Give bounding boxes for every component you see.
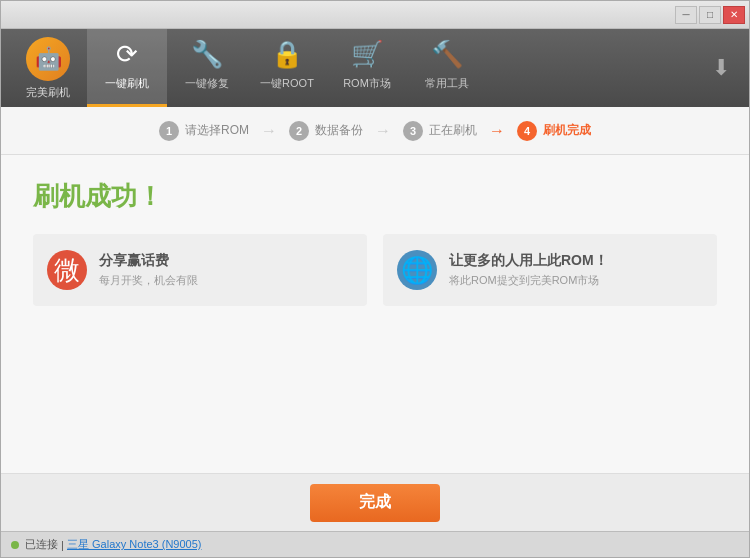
step-arrow-1: → (261, 122, 277, 140)
share-rom-card[interactable]: 🌐 让更多的人用上此ROM！ 将此ROM提交到完美ROM市场 (383, 234, 717, 306)
step-3: 3 正在刷机 (395, 121, 485, 141)
share-weibo-card[interactable]: 微 分享赢话费 每月开奖，机会有限 (33, 234, 367, 306)
rom-market-icon: 🛒 (351, 39, 383, 70)
statusbar: 已连接 | 三星 Galaxy Note3 (N9005) (1, 531, 749, 557)
step-1: 1 请选择ROM (151, 121, 257, 141)
logo-label: 完美刷机 (26, 85, 70, 100)
status-device-name[interactable]: 三星 Galaxy Note3 (N9005) (67, 537, 202, 552)
step-arrow-2: → (375, 122, 391, 140)
step-1-label: 请选择ROM (185, 122, 249, 139)
nav-item-root[interactable]: 🔒 一键ROOT (247, 29, 327, 107)
step-1-circle: 1 (159, 121, 179, 141)
flash-icon: ⟳ (116, 39, 138, 70)
step-2-circle: 2 (289, 121, 309, 141)
nav-item-rom-market[interactable]: 🛒 ROM市场 (327, 29, 407, 107)
logo-circle: 🤖 (26, 37, 70, 81)
nav-label-tools: 常用工具 (425, 76, 469, 91)
weibo-card-text: 分享赢话费 每月开奖，机会有限 (99, 252, 198, 288)
main-spacer (33, 326, 717, 449)
fix-icon: 🔧 (191, 39, 223, 70)
download-icon: ⬇ (712, 55, 730, 81)
step-2: 2 数据备份 (281, 121, 371, 141)
status-separator: | (58, 539, 67, 551)
nav-item-fix[interactable]: 🔧 一键修复 (167, 29, 247, 107)
status-connected-label: 已连接 (25, 537, 58, 552)
titlebar: ─ □ ✕ (1, 1, 749, 29)
success-title: 刷机成功！ (33, 179, 717, 214)
step-2-label: 数据备份 (315, 122, 363, 139)
bottom-bar: 完成 (1, 473, 749, 531)
step-arrow-3: → (489, 122, 505, 140)
weibo-card-subtitle: 每月开奖，机会有限 (99, 273, 198, 288)
step-4: 4 刷机完成 (509, 121, 599, 141)
share-rom-card-subtitle: 将此ROM提交到完美ROM市场 (449, 273, 608, 288)
share-rom-card-title: 让更多的人用上此ROM！ (449, 252, 608, 270)
nav-label-rom-market: ROM市场 (343, 76, 391, 91)
share-globe-icon: 🌐 (397, 250, 437, 290)
status-dot (11, 541, 19, 549)
weibo-icon: 微 (47, 250, 87, 290)
share-rom-card-text: 让更多的人用上此ROM！ 将此ROM提交到完美ROM市场 (449, 252, 608, 288)
navbar: 🤖 完美刷机 ⟳ 一键刷机 🔧 一键修复 🔒 一键ROOT 🛒 ROM市场 🔨 … (1, 29, 749, 107)
nav-item-flash[interactable]: ⟳ 一键刷机 (87, 29, 167, 107)
step-3-circle: 3 (403, 121, 423, 141)
nav-logo: 🤖 完美刷机 (9, 29, 87, 107)
minimize-button[interactable]: ─ (675, 6, 697, 24)
cards-row: 微 分享赢话费 每月开奖，机会有限 🌐 让更多的人用上此ROM！ 将此ROM提交… (33, 234, 717, 306)
step-4-label: 刷机完成 (543, 122, 591, 139)
tools-icon: 🔨 (431, 39, 463, 70)
nav-label-flash: 一键刷机 (105, 76, 149, 91)
close-button[interactable]: ✕ (723, 6, 745, 24)
main-window: ─ □ ✕ 🤖 完美刷机 ⟳ 一键刷机 🔧 一键修复 🔒 一键ROOT 🛒 RO… (0, 0, 750, 558)
main-content: 刷机成功！ 微 分享赢话费 每月开奖，机会有限 🌐 让更多的人用上此ROM！ 将… (1, 155, 749, 473)
nav-label-fix: 一键修复 (185, 76, 229, 91)
finish-button[interactable]: 完成 (310, 484, 440, 522)
step-4-circle: 4 (517, 121, 537, 141)
nav-spacer (487, 29, 701, 107)
step-3-label: 正在刷机 (429, 122, 477, 139)
steps-bar: 1 请选择ROM → 2 数据备份 → 3 正在刷机 → 4 刷机完成 (1, 107, 749, 155)
maximize-button[interactable]: □ (699, 6, 721, 24)
weibo-card-title: 分享赢话费 (99, 252, 198, 270)
nav-item-tools[interactable]: 🔨 常用工具 (407, 29, 487, 107)
android-icon: 🤖 (35, 46, 62, 72)
nav-label-root: 一键ROOT (260, 76, 314, 91)
download-button[interactable]: ⬇ (701, 29, 741, 107)
root-icon: 🔒 (271, 39, 303, 70)
